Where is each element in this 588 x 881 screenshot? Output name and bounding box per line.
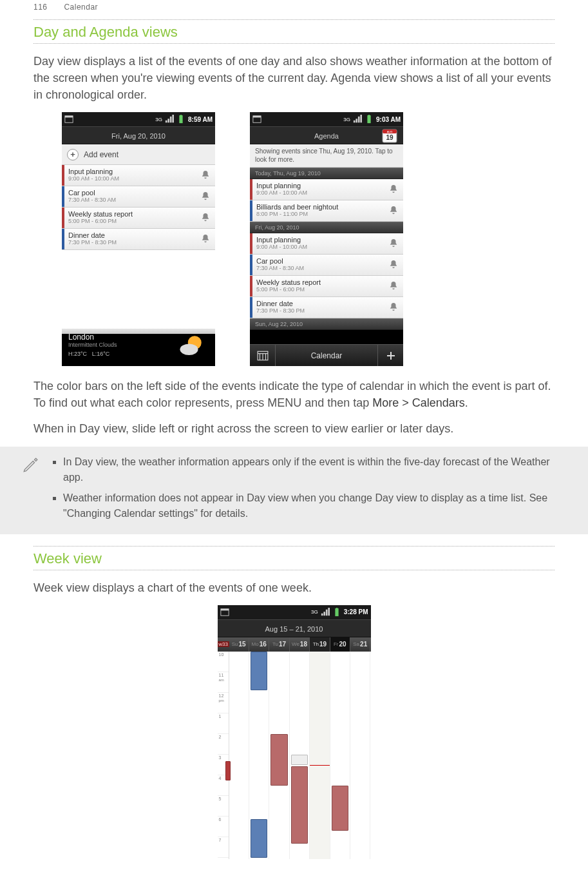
svg-rect-22 [336,608,337,609]
event-time: 7:30 AM - 8:30 AM [256,265,384,271]
battery-icon [176,115,185,124]
week-day-header: w33 Su15 Mo16 Tu17 We18 Th19 Fr20 Sa21 [218,637,371,652]
bottom-add-button[interactable] [377,345,403,366]
event-title: Dinner date [256,300,384,307]
event-title: Car pool [68,189,196,197]
event-time: 9:00 AM - 10:00 AM [256,189,384,196]
event-block[interactable] [251,819,267,858]
bell-icon [201,191,210,200]
day-header[interactable]: We18 [290,637,310,652]
svg-text:19: 19 [386,134,394,141]
note-list: In Day view, the weather information app… [52,454,555,527]
note-box: In Day view, the weather information app… [0,447,588,534]
clock-text: 3:28 PM [344,608,368,615]
event-block[interactable] [270,734,287,786]
event-row[interactable]: Input planning 9:00 AM - 10:00 AM [250,179,403,200]
event-block[interactable] [332,786,348,831]
bell-icon [201,213,210,222]
event-time: 9:00 AM - 10:00 AM [68,175,196,182]
day-column [290,652,310,859]
day-event-list: Input planning 9:00 AM - 10:00 AM Car po… [62,165,215,250]
event-time: 5:00 PM - 6:00 PM [68,218,196,224]
bell-icon [389,206,398,215]
week-title-bar: Aug 15 – 21, 2010 [218,619,371,637]
event-row[interactable]: Input planning 9:00 AM - 10:00 AM [250,233,403,255]
calendar-glyph-icon [220,608,229,617]
bell-icon [201,170,210,179]
status-bar: 3G 3:28 PM [218,605,371,619]
weather-sun-cloud-icon [178,333,205,360]
week-intro-paragraph: Week view displays a chart of the events… [33,579,555,596]
week-grid[interactable]: 10 11am 12pm 1 2 3 4 5 6 7 [218,652,371,859]
event-block[interactable] [291,766,308,844]
svg-rect-1 [65,116,73,118]
chapter-name: Calendar [64,3,98,12]
day-header[interactable]: Sa21 [350,637,370,652]
agenda-title-bar: Agenda 19 AUG [250,126,403,144]
event-row[interactable]: Dinner date 7:30 PM - 8:30 PM [250,297,403,318]
event-row[interactable]: Car pool 7:30 AM - 8:30 AM [62,186,215,208]
plus-icon: + [67,149,79,160]
event-row[interactable]: Weekly status report 5:00 PM - 6:00 PM [250,276,403,297]
clock-text: 8:59 AM [188,116,213,123]
event-row[interactable]: Weekly status report 5:00 PM - 6:00 PM [62,208,215,229]
color-bar [250,255,252,275]
day-header[interactable]: Su15 [229,637,249,652]
svg-text:AUG: AUG [387,130,393,133]
day-header[interactable]: Fr20 [330,637,350,652]
event-block[interactable] [291,755,308,765]
note-item: In Day view, the weather information app… [63,454,555,485]
event-row[interactable]: Billiards and beer nightout 8:00 PM - 11… [250,200,403,222]
page-number: 116 [33,3,48,12]
day-header[interactable]: Tu17 [269,637,289,652]
event-time: 7:30 PM - 8:30 PM [256,307,384,314]
signal-icon [165,115,174,124]
agenda-info-strip[interactable]: Showing events since Thu, Aug 19, 2010. … [250,144,403,168]
screenshots-row: 3G 8:59 AM Fri, Aug 20, 2010 + Add event… [33,112,555,366]
day-column [269,652,289,859]
color-bar [250,179,252,200]
event-row[interactable]: Dinner date 7:30 PM - 8:30 PM [62,229,215,250]
bell-icon [389,260,398,269]
svg-rect-8 [367,115,370,123]
note-item: Weather information does not appear in D… [63,490,555,521]
color-bar [250,276,252,296]
bell-icon [389,238,398,247]
color-bars-paragraph: The color bars on the left side of the e… [33,378,555,411]
event-time: 8:00 PM - 11:00 PM [256,211,384,217]
color-bar [62,186,64,207]
bell-icon [389,281,398,290]
week-view-screenshot: 3G 3:28 PM Aug 15 – 21, 2010 w33 Su15 Mo… [218,605,371,859]
calendar-peel-icon: 19 AUG [380,126,399,145]
calendar-glyph-icon [64,115,73,124]
day-header[interactable]: Mo16 [249,637,269,652]
color-bar [62,208,64,228]
event-title: Input planning [68,168,196,175]
date-group-header: Today, Thu, Aug 19, 2010 [250,168,403,179]
svg-rect-7 [253,116,261,118]
status-bar: 3G 8:59 AM [62,112,215,126]
event-block[interactable] [225,761,231,780]
network-3g-icon: 3G [155,117,162,122]
event-row[interactable]: Car pool 7:30 AM - 8:30 AM [250,255,403,276]
event-block[interactable] [251,652,267,690]
add-event-label: Add event [84,150,119,159]
svg-rect-9 [368,115,370,116]
event-title: Input planning [256,182,384,189]
plus-icon [386,351,396,361]
add-event-bar[interactable]: + Add event [62,144,215,165]
network-3g-icon: 3G [343,117,350,122]
battery-icon [365,115,374,124]
color-bar [250,200,252,221]
menu-path: More > Calendars [372,396,465,409]
bell-icon [201,234,210,243]
day-title-bar: Fri, Aug 20, 2010 [62,126,215,144]
signal-icon [353,115,362,124]
event-row[interactable]: Input planning 9:00 AM - 10:00 AM [62,165,215,186]
event-title: Car pool [256,257,384,265]
swipe-paragraph: When in Day view, slide left or right ac… [33,420,555,437]
color-bar [62,229,64,249]
network-3g-icon: 3G [311,609,318,615]
bottom-calendar-button[interactable] [250,345,276,366]
day-header-today[interactable]: Th19 [310,637,330,652]
